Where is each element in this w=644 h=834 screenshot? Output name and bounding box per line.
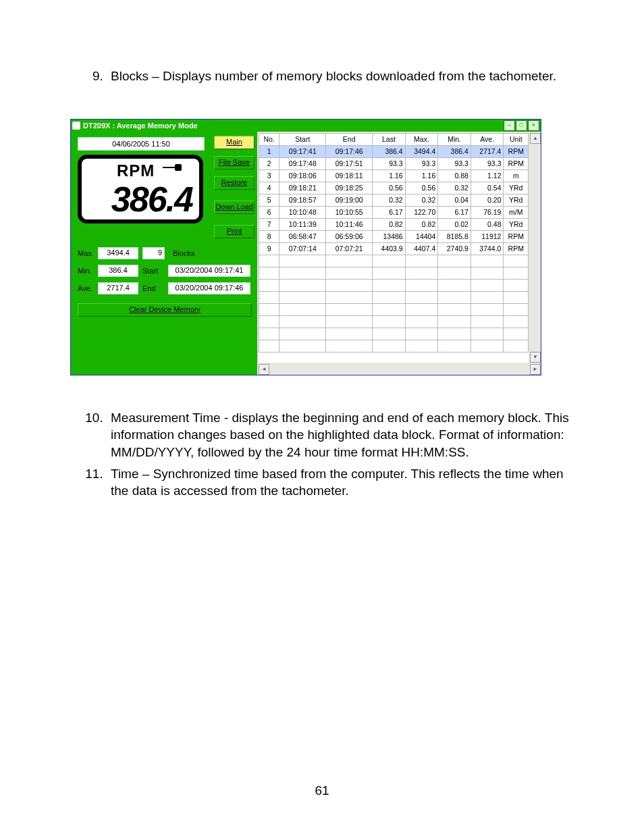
cell: 386.4 <box>373 145 406 157</box>
cell: 8 <box>259 230 279 242</box>
cell: RPM <box>504 157 529 170</box>
cell: 4403.9 <box>373 242 406 255</box>
cell: 93.3 <box>405 157 438 170</box>
start-value: 03/20/2004 09:17:41 <box>168 265 250 277</box>
blocks-value: 9 <box>142 247 165 259</box>
table-row-empty <box>259 291 529 303</box>
cell: 93.3 <box>471 157 504 170</box>
col-header[interactable]: Max. <box>405 133 438 145</box>
scroll-left-icon[interactable]: ◄ <box>259 364 269 375</box>
item11-text: Time – Synchronized time based from the … <box>111 465 576 500</box>
cell: 6.17 <box>438 206 471 218</box>
signal-icon <box>163 167 179 168</box>
cell: 8185.8 <box>438 230 471 242</box>
item10-text: Measurement Time - displays the beginnin… <box>111 409 576 461</box>
download-button[interactable]: Down Load <box>214 201 254 214</box>
cell: m/M <box>504 206 529 218</box>
scroll-up-icon[interactable]: ▲ <box>530 133 541 144</box>
cell: 7 <box>259 218 279 230</box>
table-row[interactable]: 907:07:1407:07:214403.94407.42740.93744.… <box>259 242 529 255</box>
cell: 13486 <box>373 230 406 242</box>
cell: 07:07:14 <box>279 242 326 255</box>
col-header[interactable]: No. <box>259 133 279 145</box>
horizontal-scrollbar[interactable]: ◄ ► <box>259 364 541 375</box>
table-row[interactable]: 409:18:2109:18:250.560.560.320.54YRd <box>259 182 529 194</box>
col-header[interactable]: Min. <box>438 133 471 145</box>
cell: 3 <box>259 170 279 182</box>
table-row[interactable]: 209:17:4809:17:5193.393.393.393.3RPM <box>259 157 529 170</box>
table-row-empty <box>259 315 529 328</box>
cell: 09:17:46 <box>326 145 373 157</box>
cell: 93.3 <box>438 157 471 170</box>
cell: m <box>504 170 529 182</box>
cell: 0.32 <box>373 194 406 206</box>
start-label: Start <box>142 267 168 275</box>
cell: 0.32 <box>438 182 471 194</box>
cell: 09:17:48 <box>279 157 326 170</box>
col-header[interactable]: Ave. <box>471 133 504 145</box>
cell: 14404 <box>405 230 438 242</box>
restore-button[interactable]: Restore <box>214 176 254 190</box>
lcd-value: 386.4 <box>88 182 192 217</box>
app-window: DT209X : Average Memory Mode – □ × 04/06… <box>70 119 541 375</box>
minimize-icon[interactable]: – <box>504 120 515 131</box>
cell: YRd <box>504 182 529 194</box>
cell: 10:10:55 <box>326 206 373 218</box>
cell: 10:11:46 <box>326 218 373 230</box>
cell: 93.3 <box>373 157 406 170</box>
vertical-scrollbar[interactable]: ▲ ▼ <box>530 133 541 363</box>
end-value: 03/20/2004 09:17:46 <box>168 282 250 294</box>
table-row[interactable]: 806:58:4706:59:0613486144048185.811912RP… <box>259 230 529 242</box>
min-value: 386.4 <box>98 265 138 277</box>
cell: 1 <box>259 145 279 157</box>
cell: 09:17:51 <box>326 157 373 170</box>
cell: 6.17 <box>373 206 406 218</box>
cell: 0.82 <box>405 218 438 230</box>
table-row[interactable]: 610:10:4810:10:556.17122.706.1776.19m/M <box>259 206 529 218</box>
print-button[interactable]: Print <box>214 225 254 238</box>
clear-device-memory-button[interactable]: Clear Device Memory <box>78 303 252 317</box>
cell: 0.04 <box>438 194 471 206</box>
col-header[interactable]: Last <box>373 133 406 145</box>
left-panel: 04/06/2005 11:50 Main File Save Restore … <box>71 132 257 375</box>
table-row[interactable]: 109:17:4109:17:46386.43494.4386.42717.4R… <box>259 145 529 157</box>
cell: 0.20 <box>471 194 504 206</box>
cell: 6 <box>259 206 279 218</box>
cell: 0.48 <box>471 218 504 230</box>
cell: 06:59:06 <box>326 230 373 242</box>
col-header[interactable]: End <box>326 133 373 145</box>
cell: 09:18:57 <box>279 194 326 206</box>
cell: 10:11:39 <box>279 218 326 230</box>
blocks-label: Blocks <box>173 249 198 257</box>
table-row-empty <box>259 340 529 352</box>
cell: 9 <box>259 242 279 255</box>
cell: 09:18:06 <box>279 170 326 182</box>
maximize-icon[interactable]: □ <box>516 120 527 131</box>
cell: 0.82 <box>373 218 406 230</box>
table-row[interactable]: 710:11:3910:11:460.820.820.020.48YRd <box>259 218 529 230</box>
cell: 0.56 <box>405 182 438 194</box>
list-item-10: Measurement Time - displays the beginnin… <box>107 409 576 461</box>
list-item-11: Time – Synchronized time based from the … <box>107 465 576 500</box>
min-label: Min. <box>78 267 98 275</box>
list-item-9: Blocks – Displays number of memory block… <box>107 68 576 85</box>
close-icon[interactable]: × <box>528 120 539 131</box>
table-row[interactable]: 309:18:0609:18:111.161.160.881.12m <box>259 170 529 182</box>
table-row-empty <box>259 328 529 340</box>
table-row[interactable]: 509:18:5709:19:000.320.320.040.20YRd <box>259 194 529 206</box>
max-value: 3494.4 <box>98 247 138 259</box>
data-table[interactable]: No.StartEndLastMax.Min.Ave.Unit 109:17:4… <box>259 133 529 353</box>
file-save-button[interactable]: File Save <box>214 156 254 170</box>
col-header[interactable]: Start <box>279 133 326 145</box>
cell: 122.70 <box>405 206 438 218</box>
app-icon <box>72 122 80 130</box>
cell: 11912 <box>471 230 504 242</box>
max-label: Max. <box>78 249 98 257</box>
main-button[interactable]: Main <box>214 136 254 149</box>
col-header[interactable]: Unit <box>504 133 529 145</box>
cell: 4407.4 <box>405 242 438 255</box>
cell: 2740.9 <box>438 242 471 255</box>
cell: 10:10:48 <box>279 206 326 218</box>
scroll-down-icon[interactable]: ▼ <box>530 352 541 363</box>
scroll-right-icon[interactable]: ► <box>530 364 541 375</box>
